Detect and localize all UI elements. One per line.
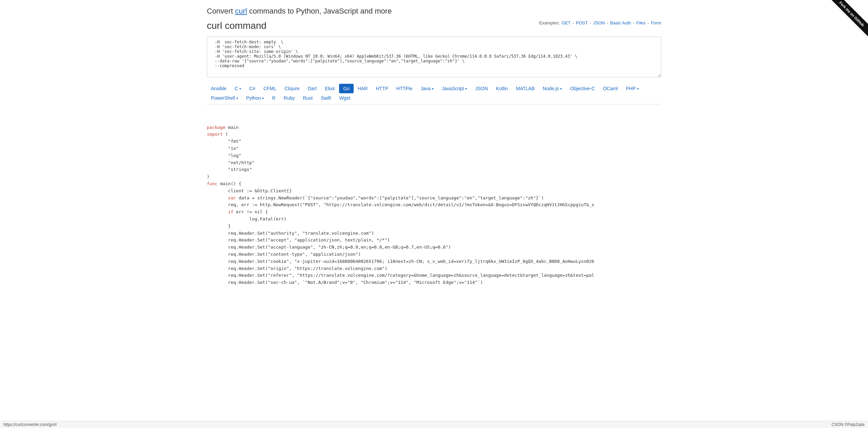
- code-line: func main() {: [207, 180, 661, 188]
- tab-python[interactable]: Python ▾: [242, 93, 268, 103]
- code-line: req.Header.Set("accept-language", "zh-CN…: [207, 244, 661, 251]
- tab-objectivec[interactable]: Objective-C: [566, 84, 599, 93]
- code-line: req.Header.Set("cookie", "x-jupiter-uuid…: [207, 258, 661, 265]
- tab-powershell[interactable]: PowerShell ▾: [207, 93, 242, 103]
- example-basicauth[interactable]: Basic Auth: [610, 20, 631, 25]
- tab-ruby[interactable]: Ruby: [280, 93, 299, 103]
- tab-php[interactable]: PHP ▾: [622, 84, 643, 93]
- code-line: req, err := http.NewRequest("POST", "htt…: [207, 201, 661, 209]
- code-line: "fmt": [207, 138, 661, 145]
- tab-dart[interactable]: Dart: [303, 84, 320, 93]
- code-line: req.Header.Set("authority", "translate.v…: [207, 230, 661, 237]
- python-dropdown-arrow: ▾: [262, 96, 264, 100]
- code-keyword: var: [207, 195, 236, 200]
- code-line: "log": [207, 152, 661, 159]
- code-line: req.Header.Set("origin", "https://transl…: [207, 265, 661, 272]
- example-form[interactable]: Form: [651, 20, 661, 25]
- code-line: req.Header.Set("accept", "application/js…: [207, 237, 661, 244]
- code-line: "strings": [207, 166, 661, 173]
- code-line: log.Fatal(err): [207, 216, 661, 223]
- tab-ocaml[interactable]: OCaml: [599, 84, 622, 93]
- example-files[interactable]: Files: [636, 20, 646, 25]
- curl-link[interactable]: curl: [235, 7, 247, 15]
- tab-swift[interactable]: Swift: [317, 93, 335, 103]
- code-line: req.Header.Set("referer", "https://trans…: [207, 272, 661, 279]
- tab-r[interactable]: R: [268, 93, 279, 103]
- tab-ansible[interactable]: Ansible: [207, 84, 231, 93]
- tab-matlab[interactable]: MATLAB: [512, 84, 539, 93]
- code-line: import (: [207, 131, 661, 138]
- code-line: package main: [207, 124, 661, 131]
- nodejs-dropdown-arrow: ▾: [560, 87, 562, 91]
- java-dropdown-arrow: ▾: [432, 87, 434, 91]
- examples-label: Examples:: [539, 20, 560, 25]
- tab-java[interactable]: Java ▾: [417, 84, 438, 93]
- javascript-dropdown-arrow: ▾: [465, 87, 467, 91]
- header-title: Convert curl commands to Python, JavaScr…: [207, 7, 661, 16]
- tab-kotlin[interactable]: Kotlin: [492, 84, 512, 93]
- php-dropdown-arrow: ▾: [637, 87, 639, 91]
- code-line: if err != nil {: [207, 209, 661, 216]
- fork-ribbon[interactable]: Fork me on GitHub: [827, 0, 868, 41]
- code-line: }: [207, 223, 661, 230]
- code-keyword: func: [207, 181, 217, 186]
- tab-elixir[interactable]: Elixir: [321, 84, 339, 93]
- code-keyword: import: [207, 132, 223, 137]
- powershell-dropdown-arrow: ▾: [236, 96, 238, 100]
- example-json[interactable]: JSON: [593, 20, 605, 25]
- tab-json[interactable]: JSON: [471, 84, 492, 93]
- tab-http[interactable]: HTTP: [372, 84, 392, 93]
- code-line: ): [207, 173, 661, 180]
- code-output: package mainimport ( "fmt" "io" "log" "n…: [207, 110, 661, 286]
- section-title: curl command: [207, 20, 267, 31]
- tab-go[interactable]: Go: [339, 84, 354, 93]
- tab-csharp[interactable]: C#: [245, 84, 259, 93]
- code-line: "io": [207, 145, 661, 152]
- c-dropdown-arrow: ▾: [239, 87, 241, 91]
- tab-nodejs[interactable]: Node.js ▾: [539, 84, 566, 93]
- example-get[interactable]: GET: [561, 20, 571, 25]
- code-line: "net/http": [207, 159, 661, 167]
- tab-rust[interactable]: Rust: [299, 93, 317, 103]
- examples-row: Examples: GET - POST - JSON - Basic Auth…: [538, 20, 661, 25]
- page-wrapper: Convert curl commands to Python, JavaScr…: [197, 0, 671, 293]
- code-line: var data = strings.NewReader(`{"source":…: [207, 195, 661, 202]
- tab-cfml[interactable]: CFML: [259, 84, 280, 93]
- tab-clojure[interactable]: Clojure: [280, 84, 303, 93]
- example-post[interactable]: POST: [576, 20, 588, 25]
- tab-httppie[interactable]: HTTPie: [392, 84, 416, 93]
- code-line: client := &http.Client{}: [207, 188, 661, 195]
- tab-wget[interactable]: Wget: [335, 93, 354, 103]
- lang-tabs: AnsibleC ▾C#CFMLClojureDartElixirGoHARHT…: [207, 84, 661, 104]
- curl-input[interactable]: [207, 37, 661, 77]
- header-prefix: Convert: [207, 7, 235, 15]
- fork-ribbon-label[interactable]: Fork me on GitHub: [829, 0, 868, 36]
- tab-har[interactable]: HAR: [354, 84, 372, 93]
- header-suffix: commands to Python, JavaScript and more: [247, 7, 392, 15]
- tab-c[interactable]: C ▾: [231, 84, 245, 93]
- tab-javascript[interactable]: JavaScript ▾: [438, 84, 471, 93]
- code-line: req.Header.Set("sec-ch-ua", `"Not.A/Bran…: [207, 279, 661, 286]
- code-keyword: package: [207, 125, 225, 130]
- code-line: req.Header.Set("content-type", "applicat…: [207, 251, 661, 258]
- code-keyword: if: [207, 209, 233, 214]
